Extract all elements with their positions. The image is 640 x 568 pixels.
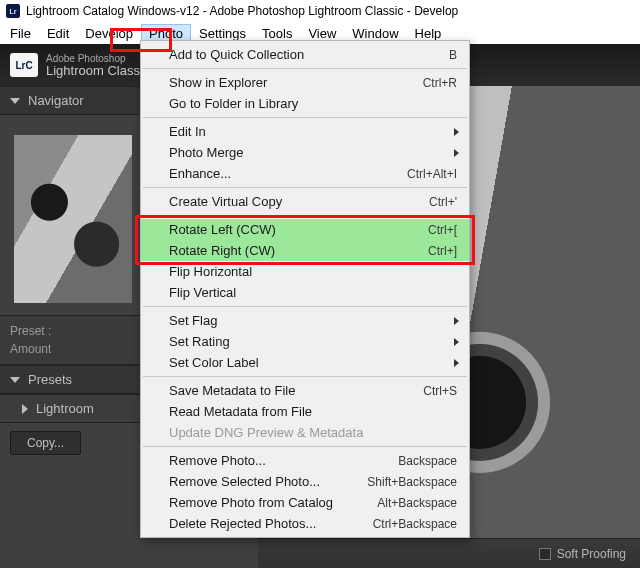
menu-item[interactable]: Rotate Right (CW)Ctrl+] — [141, 240, 469, 261]
window-title: Lightroom Catalog Windows-v12 - Adobe Ph… — [26, 4, 458, 18]
menu-item[interactable]: Set Rating — [141, 331, 469, 352]
menu-item[interactable]: Edit In — [141, 121, 469, 142]
presets-sub-label: Lightroom — [36, 401, 94, 416]
menu-item-shortcut: Alt+Backspace — [377, 496, 457, 510]
menu-item[interactable]: Go to Folder in Library — [141, 93, 469, 114]
soft-proofing-checkbox[interactable] — [539, 548, 551, 560]
menu-item[interactable]: Photo Merge — [141, 142, 469, 163]
menu-develop[interactable]: Develop — [77, 24, 141, 43]
title-bar: Lr Lightroom Catalog Windows-v12 - Adobe… — [0, 0, 640, 22]
menu-item-shortcut: Ctrl+Backspace — [373, 517, 457, 531]
menu-item-label: Save Metadata to File — [169, 383, 413, 398]
menu-item[interactable]: Set Flag — [141, 310, 469, 331]
menu-separator — [143, 306, 467, 307]
menu-separator — [143, 187, 467, 188]
menu-separator — [143, 446, 467, 447]
chevron-right-icon — [454, 128, 459, 136]
copy-button[interactable]: Copy... — [10, 431, 81, 455]
menu-item-shortcut: B — [449, 48, 457, 62]
menu-item[interactable]: Flip Vertical — [141, 282, 469, 303]
menu-item-label: Enhance... — [169, 166, 397, 181]
menu-item[interactable]: Remove Photo...Backspace — [141, 450, 469, 471]
chevron-down-icon — [10, 98, 20, 104]
menu-item-label: Rotate Left (CCW) — [169, 222, 418, 237]
menu-item-label: Edit In — [169, 124, 457, 139]
menu-item-shortcut: Backspace — [398, 454, 457, 468]
menu-item-shortcut: Ctrl+] — [428, 244, 457, 258]
menu-item-shortcut: Ctrl+[ — [428, 223, 457, 237]
menu-item-label: Create Virtual Copy — [169, 194, 419, 209]
menu-item-label: Photo Merge — [169, 145, 457, 160]
menu-item-label: Add to Quick Collection — [169, 47, 439, 62]
lrc-badge: LrC — [10, 53, 38, 77]
menu-item-shortcut: Ctrl+S — [423, 384, 457, 398]
menu-item[interactable]: Rotate Left (CCW)Ctrl+[ — [141, 219, 469, 240]
chevron-right-icon — [454, 317, 459, 325]
menu-item[interactable]: Flip Horizontal — [141, 261, 469, 282]
menu-item-label: Flip Horizontal — [169, 264, 457, 279]
menu-item-label: Update DNG Preview & Metadata — [169, 425, 457, 440]
menu-item[interactable]: Remove Selected Photo...Shift+Backspace — [141, 471, 469, 492]
menu-item[interactable]: Show in ExplorerCtrl+R — [141, 72, 469, 93]
amount-label: Amount — [10, 342, 51, 356]
menu-file[interactable]: File — [2, 24, 39, 43]
app-icon: Lr — [6, 4, 20, 18]
brand-text: Adobe Photoshop Lightroom Classic — [46, 53, 149, 77]
menu-item[interactable]: Add to Quick CollectionB — [141, 44, 469, 65]
menu-item-label: Rotate Right (CW) — [169, 243, 418, 258]
menu-item[interactable]: Delete Rejected Photos...Ctrl+Backspace — [141, 513, 469, 534]
menu-item[interactable]: Remove Photo from CatalogAlt+Backspace — [141, 492, 469, 513]
menu-item-shortcut: Ctrl+Alt+I — [407, 167, 457, 181]
menu-item-label: Show in Explorer — [169, 75, 413, 90]
menu-item-shortcut: Shift+Backspace — [367, 475, 457, 489]
menu-item-shortcut: Ctrl+R — [423, 76, 457, 90]
menu-item-label: Flip Vertical — [169, 285, 457, 300]
menu-item[interactable]: Save Metadata to FileCtrl+S — [141, 380, 469, 401]
menu-separator — [143, 376, 467, 377]
menu-separator — [143, 215, 467, 216]
presets-label: Presets — [28, 372, 72, 387]
menu-item: Update DNG Preview & Metadata — [141, 422, 469, 443]
menu-item[interactable]: Set Color Label — [141, 352, 469, 373]
menu-item-label: Remove Photo... — [169, 453, 388, 468]
menu-item-label: Set Color Label — [169, 355, 457, 370]
chevron-right-icon — [22, 404, 28, 414]
navigator-thumbnail[interactable] — [14, 135, 132, 303]
chevron-right-icon — [454, 149, 459, 157]
menu-item-label: Remove Photo from Catalog — [169, 495, 367, 510]
chevron-right-icon — [454, 338, 459, 346]
chevron-right-icon — [454, 359, 459, 367]
menu-item[interactable]: Read Metadata from File — [141, 401, 469, 422]
menu-item[interactable]: Enhance...Ctrl+Alt+I — [141, 163, 469, 184]
menu-item-label: Set Rating — [169, 334, 457, 349]
menu-item-label: Set Flag — [169, 313, 457, 328]
menu-item-label: Go to Folder in Library — [169, 96, 457, 111]
soft-proofing-label: Soft Proofing — [557, 547, 626, 561]
photo-menu-dropdown: Add to Quick CollectionBShow in Explorer… — [140, 40, 470, 538]
menu-item-label: Remove Selected Photo... — [169, 474, 357, 489]
menu-item[interactable]: Create Virtual CopyCtrl+' — [141, 191, 469, 212]
navigator-label: Navigator — [28, 93, 84, 108]
menu-item-label: Delete Rejected Photos... — [169, 516, 363, 531]
preset-label: Preset : — [10, 324, 51, 338]
chevron-down-icon — [10, 377, 20, 383]
menu-separator — [143, 68, 467, 69]
menu-edit[interactable]: Edit — [39, 24, 77, 43]
toolbar-bottom: Soft Proofing — [258, 538, 640, 568]
menu-item-shortcut: Ctrl+' — [429, 195, 457, 209]
menu-separator — [143, 117, 467, 118]
menu-item-label: Read Metadata from File — [169, 404, 457, 419]
